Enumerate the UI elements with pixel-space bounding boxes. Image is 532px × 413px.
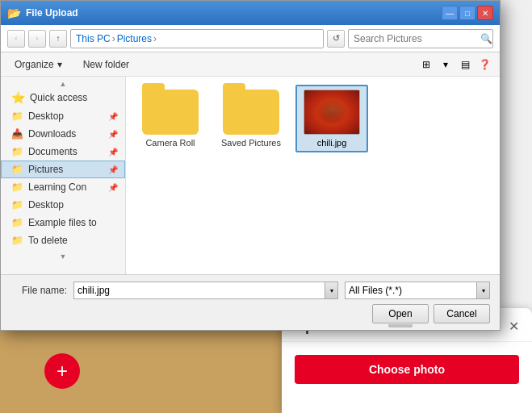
filename-row: File name: chili.jpg ▾ All Files (*.*) ▾ [10,282,490,299]
filename-dropdown[interactable]: ▾ [325,282,338,299]
sidebar-item-label: Quick access [30,92,87,103]
filetype-input[interactable]: All Files (*.*) [345,282,477,299]
filetype-field-group: All Files (*.*) ▾ [345,282,490,299]
pin-icon: 📌 [108,130,118,139]
sidebar-item-downloads[interactable]: 📥 Downloads 📌 [1,125,125,143]
dropdown-arrow: ▾ [482,287,485,294]
download-icon: 📥 [11,128,23,140]
dialog-titlebar: 📂 File Upload — □ ✕ [1,1,500,25]
address-bar: ‹ › ↑ This PC › Pictures › ↺ 🔍 [1,25,500,52]
sidebar-item-label: Example files to [28,217,97,228]
organize-arrow: ▾ [57,59,62,70]
files-area: Camera Roll Saved Pictures chili.jpg [126,77,500,274]
dialog-bottom: File name: chili.jpg ▾ All Files (*.*) ▾… [1,274,500,330]
dropdown-arrow: ▾ [330,287,333,294]
path-pictures[interactable]: Pictures [117,33,152,44]
sidebar-item-label: Learning Con [28,181,86,193]
folder-icon: 📁 [11,235,23,246]
scroll-up-arrow[interactable]: ▲ [60,80,67,88]
pane-toggle-button[interactable]: ▤ [456,56,474,73]
folder-icon: 📁 [11,217,23,228]
sidebar-item-desktop-bot[interactable]: 📁 Desktop [1,196,125,214]
path-this-pc[interactable]: This PC [76,33,111,44]
folder-icon: 📁 [11,111,23,122]
sidebar-item-label: Desktop [28,199,64,211]
maximize-button[interactable]: □ [459,6,475,20]
organize-label: Organize [15,59,54,70]
upload-pin-close-button[interactable]: ✕ [509,319,519,334]
pin-icon: 📌 [108,148,118,156]
choose-photo-button[interactable]: Choose photo [295,355,519,384]
cancel-button[interactable]: Cancel [434,304,490,323]
filetype-value: All Files (*.*) [349,285,402,296]
sidebar-item-learning-con[interactable]: 📁 Learning Con 📌 [1,178,125,196]
filename-field-group: chili.jpg ▾ [73,282,338,299]
sidebar-item-documents[interactable]: 📁 Documents 📌 [1,143,125,161]
dialog-window-controls: — □ ✕ [442,6,493,20]
pin-icon: 📌 [108,165,118,174]
up-button[interactable]: ↑ [49,30,67,48]
folder-icon: 📁 [11,181,23,193]
sidebar-item-label: To delete [28,235,68,246]
dialog-title-text: File Upload [26,7,78,19]
folder-icon: 📁 [11,146,23,157]
filetype-dropdown[interactable]: ▾ [477,282,490,299]
filename-value: chili.jpg [77,285,110,296]
minimize-button[interactable]: — [442,6,458,20]
view-list-button[interactable]: ⊞ [417,56,435,73]
dialog-title-icon: 📂 [7,6,21,19]
new-folder-button[interactable]: New folder [76,56,136,73]
dialog-title-area: 📂 File Upload [7,6,78,19]
path-separator-1: › [112,33,115,44]
sidebar-item-label: Downloads [28,128,76,140]
dialog-sidebar: ▲ ⭐ Quick access 📁 Desktop 📌 📥 Downloads… [1,77,126,274]
back-button[interactable]: ‹ [7,30,25,48]
folder-icon: 📁 [11,199,23,211]
file-item-saved-pictures[interactable]: Saved Pictures [215,85,287,152]
filename-label: File name: [10,285,67,296]
sidebar-item-pictures[interactable]: 📁 Pictures 📌 [1,161,125,178]
open-button[interactable]: Open [372,304,429,323]
view-toggle-button[interactable]: ▾ [437,56,455,73]
search-button[interactable]: 🔍 [480,29,492,48]
sidebar-item-example-files[interactable]: 📁 Example files to [1,214,125,232]
pin-icon: 📌 [108,183,118,192]
dialog-toolbar: Organize ▾ New folder ⊞ ▾ ▤ ❓ [1,52,500,77]
scroll-down-arrow[interactable]: ▼ [60,252,67,261]
close-button[interactable]: ✕ [477,6,493,20]
star-icon: ⭐ [11,91,25,104]
sidebar-item-quick-access[interactable]: ⭐ Quick access [1,88,125,107]
path-separator-2: › [153,33,157,44]
address-path[interactable]: This PC › Pictures › [70,29,324,48]
search-input[interactable] [349,33,480,44]
search-icon: 🔍 [480,33,492,44]
folder-thumbnail [223,90,279,135]
new-folder-label: New folder [83,59,129,70]
chili-image-preview [304,90,359,135]
add-pin-button[interactable]: + [44,353,80,389]
image-thumbnail [304,90,360,135]
refresh-button[interactable]: ↺ [327,30,345,48]
dialog-buttons-row: Open Cancel [10,304,490,323]
plus-icon: + [57,360,68,382]
sidebar-item-label: Pictures [28,164,63,175]
file-item-chili-jpg[interactable]: chili.jpg [295,85,368,152]
file-upload-dialog: 📂 File Upload — □ ✕ ‹ › ↑ This PC › Pict… [0,0,501,331]
forward-button[interactable]: › [28,30,46,48]
help-button[interactable]: ❓ [475,56,493,73]
file-name: Camera Roll [145,138,195,148]
sidebar-item-label: Documents [28,146,77,157]
file-item-camera-roll[interactable]: Camera Roll [134,85,207,152]
upload-pin-body: Choose photo [282,342,532,397]
filename-input[interactable]: chili.jpg [73,282,325,299]
sidebar-item-label: Desktop [28,111,64,122]
sidebar-item-to-delete[interactable]: 📁 To delete [1,232,125,249]
folder-thumbnail [142,90,199,135]
file-name: chili.jpg [317,138,347,148]
dialog-main: ▲ ⭐ Quick access 📁 Desktop 📌 📥 Downloads… [1,77,500,274]
sidebar-item-desktop-top[interactable]: 📁 Desktop 📌 [1,107,125,125]
organize-button[interactable]: Organize ▾ [7,56,69,73]
pin-icon: 📌 [108,112,118,121]
folder-icon: 📁 [11,164,23,175]
file-name: Saved Pictures [221,138,281,148]
